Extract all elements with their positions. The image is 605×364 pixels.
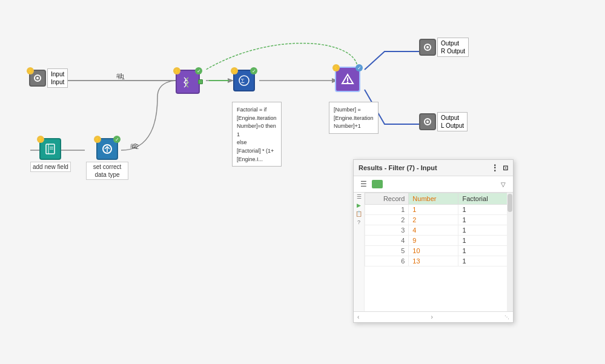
results-expand-icon[interactable]: ⊡ (503, 164, 508, 172)
scroll-left-btn[interactable]: ‹ (357, 314, 359, 320)
cell-factorial: 1 (458, 246, 513, 256)
cell-record: 4 (365, 236, 409, 246)
results-header: Results - Filter (7) - Input ⋮ ⊡ (354, 160, 513, 176)
formula1-lightning: ⚡ (231, 67, 238, 74)
cell-factorial: 1 (458, 205, 513, 215)
sort-icon (101, 143, 113, 155)
set-correct-label: set correct data type (86, 162, 128, 180)
results-table: Record Number Factorial 1 1 1 2 2 1 3 4 … (365, 193, 513, 266)
triangle-icon (341, 73, 354, 86)
col-header-record: Record (365, 193, 409, 205)
cell-record: 2 (365, 215, 409, 225)
sidebar-icon-2[interactable]: ▶ (357, 202, 361, 208)
results-toolbar: ☰ ▽ (354, 176, 513, 193)
vertical-scrollbar[interactable] (507, 193, 513, 311)
cell-number: 9 (409, 236, 458, 246)
filter-badge-right: ✓ (355, 64, 363, 71)
formula1-badge-right: ✓ (250, 67, 257, 74)
cell-factorial: 1 (458, 236, 513, 246)
results-table-container[interactable]: Record Number Factorial 1 1 1 2 2 1 3 4 … (365, 193, 513, 311)
cell-number: 13 (409, 256, 458, 266)
cell-number: 2 (409, 215, 458, 225)
formula-tooltip-2: [Number] = [Engine.Iteration Number]+1 (329, 102, 379, 134)
add-new-field-node[interactable]: ⚡ add new field (30, 138, 71, 172)
results-menu-icon[interactable]: ⋮ (491, 163, 499, 173)
cell-number: 1 (409, 205, 458, 215)
scroll-right-btn[interactable]: › (431, 314, 433, 320)
cell-record: 3 (365, 225, 409, 236)
table-row: 5 10 1 (365, 246, 513, 256)
output-l-node[interactable]: Output L Output (419, 112, 468, 131)
cell-record: 1 (365, 205, 409, 215)
sidebar-icon-3[interactable]: 📋 (355, 211, 362, 217)
results-panel: Results - Filter (7) - Input ⋮ ⊡ ☰ ▽ ☰ ▶… (353, 159, 514, 323)
seq-2-label: #2 (130, 143, 137, 150)
cell-number: 4 (409, 225, 458, 236)
results-title: Results - Filter (7) - Input (359, 164, 437, 171)
cell-factorial: 1 (458, 225, 513, 236)
output-r-gear-icon (423, 42, 432, 52)
output-l-gear-icon (423, 117, 432, 127)
output-r-label: Output R Output (437, 38, 469, 57)
loop-output-connector (198, 79, 203, 84)
formula-tooltip-1: Factorial = if [Engine.Iteration Number]… (232, 102, 282, 167)
book-icon (44, 143, 56, 155)
gear-icon (33, 73, 42, 83)
svg-point-17 (347, 82, 349, 84)
results-body: ☰ ▶ 📋 ? Record Number Factorial 1 (354, 193, 513, 311)
cell-number: 10 (409, 246, 458, 256)
cell-record: 6 (365, 256, 409, 266)
input-label: Input Input (47, 68, 68, 88)
scrollbar-thumb (507, 194, 512, 212)
svg-point-21 (426, 121, 429, 123)
toolbar-filter-btn[interactable]: ▽ (497, 178, 509, 190)
output-l-label: Output L Output (437, 112, 468, 131)
input-node[interactable]: ⚡ Input Input (29, 68, 68, 88)
cell-factorial: 1 (458, 256, 513, 266)
footer-resize[interactable]: ⋱ (504, 314, 509, 320)
set-type-badge: ✓ (113, 136, 121, 143)
svg-point-10 (36, 77, 39, 79)
set-correct-type-node[interactable]: ⚡ ✓ set correct data type (86, 138, 128, 180)
table-row: 6 13 1 (365, 256, 513, 266)
loop-lightning: ⚡ (173, 67, 180, 74)
loop-icon (181, 75, 194, 88)
formula-icon: Σ (238, 74, 250, 87)
loop-node[interactable]: ⚡ ✓ (176, 70, 200, 94)
formula1-node[interactable]: ⚡ ✓ Σ (233, 70, 255, 91)
results-footer: ‹ › ⋱ (354, 311, 513, 322)
col-header-number: Number (409, 193, 458, 205)
cell-record: 5 (365, 246, 409, 256)
toolbar-list-btn[interactable]: ☰ (357, 178, 369, 190)
table-row: 1 1 1 (365, 205, 513, 215)
add-new-field-label: add new field (30, 162, 71, 172)
set-type-lightning: ⚡ (94, 136, 101, 143)
table-row: 4 9 1 (365, 236, 513, 246)
cell-factorial: 1 (458, 215, 513, 225)
lightning-badge: ⚡ (27, 67, 34, 74)
col-header-factorial: Factorial (458, 193, 513, 205)
table-row: 2 2 1 (365, 215, 513, 225)
sidebar-icon-1[interactable]: ☰ (357, 194, 362, 200)
results-sidebar: ☰ ▶ 📋 ? (354, 193, 365, 311)
seq-1-label: #1 (116, 73, 123, 79)
connections-layer (0, 0, 605, 364)
filter-lightning: ⚡ (332, 64, 340, 71)
add-field-lightning: ⚡ (37, 136, 44, 143)
table-row: 3 4 1 (365, 225, 513, 236)
green-bar (372, 180, 383, 188)
svg-text:Σ: Σ (241, 78, 245, 84)
sidebar-icon-4[interactable]: ? (357, 219, 360, 225)
filter-node[interactable]: ⚡ ✓ (335, 67, 360, 92)
workflow-canvas: #1 #2 ⚡ Input Input #1 ⚡ ✓ (0, 0, 605, 364)
output-r-node[interactable]: Output R Output (419, 38, 469, 57)
loop-badge-right: ✓ (195, 67, 202, 74)
svg-point-19 (426, 46, 429, 48)
